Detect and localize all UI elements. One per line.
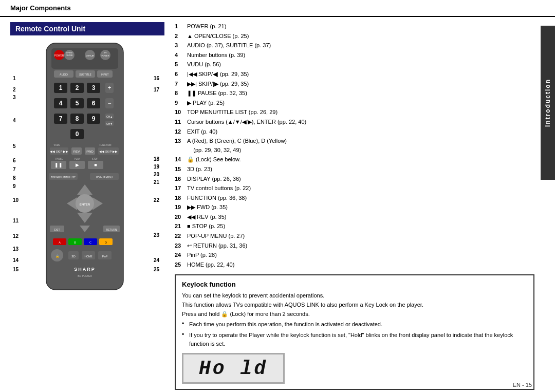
svg-text:D: D bbox=[105, 241, 107, 244]
list-item: 11Cursor buttons (▲/▼/◀/▶), ENTER (pp. 2… bbox=[175, 118, 534, 127]
label-19: 19 bbox=[154, 164, 159, 170]
label-25: 25 bbox=[154, 267, 159, 272]
label-9: 9 bbox=[13, 183, 16, 189]
svg-text:STOP: STOP bbox=[92, 158, 98, 160]
keylock-title: Keylock function bbox=[182, 281, 527, 288]
list-item: 1POWER (p. 21) bbox=[175, 22, 534, 31]
svg-text:6: 6 bbox=[92, 100, 96, 107]
svg-text:PAUSE: PAUSE bbox=[55, 158, 63, 160]
list-item: 16DISPLAY (pp. 26, 36) bbox=[175, 175, 534, 184]
svg-text:◀◀ SKIP ▶▶: ◀◀ SKIP ▶▶ bbox=[50, 150, 68, 153]
list-item: 23↩ RETURN (pp. 31, 36) bbox=[175, 241, 534, 251]
svg-text:INPUT: INPUT bbox=[101, 73, 109, 76]
svg-text:TOP MENU/TITLE LIST: TOP MENU/TITLE LIST bbox=[51, 176, 76, 179]
label-18: 18 bbox=[154, 156, 159, 162]
page-number: EN - 15 bbox=[513, 382, 532, 388]
label-1: 1 bbox=[13, 76, 16, 81]
svg-text:4: 4 bbox=[59, 100, 63, 107]
right-panel: 1POWER (p. 21) 2▲ OPEN/CLOSE (p. 25) 3AU… bbox=[170, 17, 555, 390]
label-5: 5 bbox=[13, 143, 16, 149]
svg-text:POWER: POWER bbox=[54, 54, 64, 57]
label-10: 10 bbox=[13, 197, 18, 203]
svg-text:REV: REV bbox=[73, 150, 80, 153]
label-2: 2 bbox=[13, 87, 16, 92]
svg-text:A: A bbox=[59, 241, 61, 244]
remote-svg: POWER OPEN/ CLOSE DISPLAY TV POWER AUDIO bbox=[39, 41, 131, 297]
list-item: 24PinP (p. 28) bbox=[175, 251, 534, 260]
svg-text:1: 1 bbox=[59, 84, 63, 91]
svg-text:0: 0 bbox=[76, 130, 79, 138]
list-item: 8❚❚ PAUSE (pp. 32, 35) bbox=[175, 89, 534, 98]
keylock-box: Keylock function You can set the keylock… bbox=[175, 274, 534, 390]
list-item: 153D (p. 23) bbox=[175, 165, 534, 174]
list-item: 3AUDIO (p. 37), SUBTITLE (p. 37) bbox=[175, 41, 534, 50]
list-item: 4Number buttons (p. 39) bbox=[175, 51, 534, 60]
svg-text:7: 7 bbox=[59, 115, 63, 122]
main-content: Remote Control Unit 1 2 3 4 5 6 7 8 9 10… bbox=[0, 17, 555, 390]
list-item: 25HOME (pp. 22, 40) bbox=[175, 260, 534, 270]
svg-text:CLOSE: CLOSE bbox=[66, 54, 73, 57]
svg-text:ENTER: ENTER bbox=[80, 203, 90, 206]
label-21: 21 bbox=[154, 179, 159, 185]
page-title: Major Components bbox=[10, 4, 71, 12]
page-footer: EN - 15 bbox=[513, 382, 532, 388]
svg-text:SHARP: SHARP bbox=[74, 267, 96, 272]
list-item: 6|◀◀ SKIP/◀| (pp. 29, 35) bbox=[175, 70, 534, 79]
svg-text:−: − bbox=[107, 100, 111, 107]
remote-body-wrapper: POWER OPEN/ CLOSE DISPLAY TV POWER AUDIO bbox=[39, 41, 131, 299]
label-3: 3 bbox=[13, 95, 16, 100]
list-item: 2▲ OPEN/CLOSE (p. 25) bbox=[175, 32, 534, 41]
svg-text:B: B bbox=[74, 241, 76, 244]
list-item: 20◀◀ REV (p. 35) bbox=[175, 213, 534, 222]
svg-text:2: 2 bbox=[76, 84, 79, 91]
svg-text:HOME: HOME bbox=[85, 255, 93, 258]
label-11: 11 bbox=[13, 218, 18, 223]
svg-text:PinP: PinP bbox=[102, 255, 108, 258]
list-item: 17TV control buttons (p. 22) bbox=[175, 184, 534, 193]
svg-text:FWD: FWD bbox=[86, 150, 94, 153]
svg-text:5: 5 bbox=[76, 100, 79, 107]
label-22: 22 bbox=[154, 197, 159, 203]
list-item: 9▶ PLAY (p. 25) bbox=[175, 99, 534, 108]
svg-text:EXIT: EXIT bbox=[54, 228, 60, 231]
svg-text:DISPLAY: DISPLAY bbox=[86, 54, 95, 57]
label-23: 23 bbox=[154, 232, 159, 238]
label-17: 17 bbox=[154, 87, 159, 92]
label-12: 12 bbox=[13, 233, 18, 239]
svg-text:C: C bbox=[89, 241, 91, 244]
list-item: 19▶▶ FWD (p. 35) bbox=[175, 203, 534, 212]
label-6: 6 bbox=[13, 158, 16, 163]
svg-text:POWER: POWER bbox=[101, 54, 109, 57]
svg-text:RETURN: RETURN bbox=[106, 228, 117, 231]
svg-text:◀◀ SKIP ▶▶: ◀◀ SKIP ▶▶ bbox=[99, 150, 118, 153]
hold-display: Ho ld bbox=[182, 353, 285, 384]
svg-text:FUNCTION: FUNCTION bbox=[99, 144, 111, 146]
svg-text:3D: 3D bbox=[71, 255, 76, 258]
left-panel: Remote Control Unit 1 2 3 4 5 6 7 8 9 10… bbox=[0, 17, 170, 390]
list-item: 10TOP MENU/TITLE LIST (pp. 26, 29) bbox=[175, 108, 534, 117]
list-item: 21■ STOP (p. 25) bbox=[175, 222, 534, 231]
keylock-bullet2: • If you try to operate the Player while… bbox=[182, 331, 527, 349]
svg-text:■: ■ bbox=[94, 162, 97, 167]
svg-text:🔒: 🔒 bbox=[55, 254, 60, 258]
svg-text:TV: TV bbox=[104, 51, 106, 54]
svg-text:BD PLAYER: BD PLAYER bbox=[78, 274, 92, 277]
list-item: 22POP-UP MENU (p. 27) bbox=[175, 232, 534, 241]
svg-text:8: 8 bbox=[76, 115, 79, 122]
svg-text:3: 3 bbox=[92, 84, 96, 91]
label-16: 16 bbox=[154, 76, 159, 81]
svg-text:AUDIO: AUDIO bbox=[60, 73, 68, 76]
svg-text:SUBTITLE: SUBTITLE bbox=[79, 73, 92, 76]
list-item: 14🔒 (Lock) See below. bbox=[175, 155, 534, 164]
svg-text:CH▼: CH▼ bbox=[106, 122, 113, 125]
svg-text:PLAY: PLAY bbox=[74, 158, 80, 160]
page-header: Major Components bbox=[0, 0, 555, 17]
section-title: Remote Control Unit bbox=[10, 22, 164, 35]
list-item: 7▶▶| SKIP/|▶ (pp. 29, 35) bbox=[175, 80, 534, 89]
label-15: 15 bbox=[13, 267, 18, 272]
svg-text:9: 9 bbox=[92, 115, 96, 122]
svg-text:POP-UP MENU: POP-UP MENU bbox=[96, 176, 113, 179]
items-list: 1POWER (p. 21) 2▲ OPEN/CLOSE (p. 25) 3AU… bbox=[175, 22, 534, 269]
label-14: 14 bbox=[13, 257, 18, 263]
list-item: 5VUDU (p. 56) bbox=[175, 60, 534, 69]
